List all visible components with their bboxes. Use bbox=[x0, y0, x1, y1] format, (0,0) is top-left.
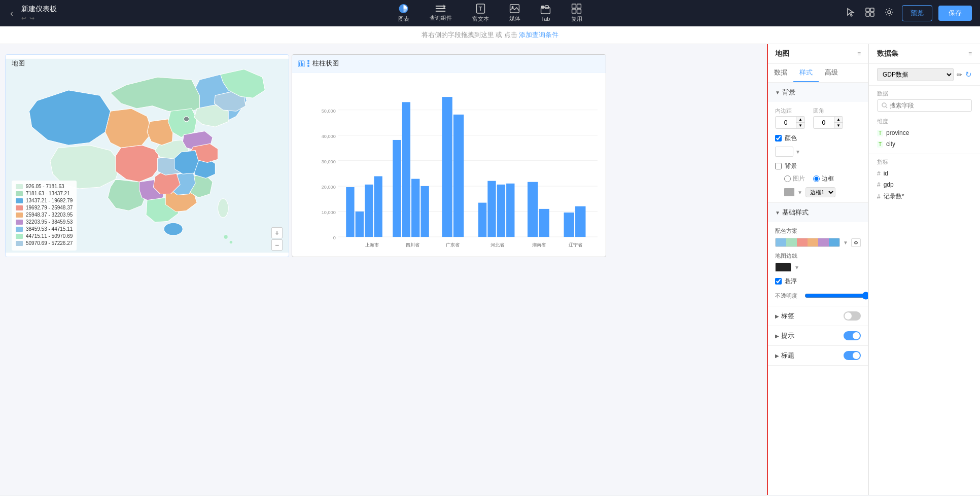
color-scheme-settings-button[interactable]: ⚙ bbox=[851, 238, 861, 247]
page-title: 新建仪表板 bbox=[21, 5, 57, 14]
svg-text:河北省: 河北省 bbox=[491, 242, 504, 247]
color-scheme-band[interactable] bbox=[775, 238, 840, 247]
color-dropdown-arrow[interactable]: ▼ bbox=[795, 149, 800, 155]
bg-checkbox[interactable] bbox=[775, 163, 782, 169]
hover-label: 悬浮 bbox=[785, 277, 797, 286]
legend-item-7: 44715.11 - 50970.69 bbox=[16, 233, 73, 239]
svg-rect-53 bbox=[442, 97, 452, 237]
dataset-select[interactable]: GDP数据 bbox=[877, 68, 954, 81]
color-checkbox[interactable] bbox=[775, 135, 782, 141]
svg-point-20 bbox=[888, 11, 891, 14]
svg-rect-16 bbox=[866, 8, 869, 12]
cursor-button[interactable] bbox=[844, 6, 857, 21]
bar-widget[interactable]: 柱柱状图 0 10,000 20,000 30,000 40,000 50,00… bbox=[292, 54, 606, 257]
hover-checkbox[interactable] bbox=[775, 278, 782, 285]
border-selector-row: ▼ 边框1 bbox=[775, 187, 861, 197]
svg-rect-48 bbox=[393, 140, 401, 237]
svg-marker-4 bbox=[444, 5, 446, 9]
svg-rect-62 bbox=[539, 209, 549, 237]
toolbar-tab[interactable]: Tab bbox=[537, 3, 555, 24]
topbar-right: 预览 保存 bbox=[844, 5, 972, 21]
add-query-link[interactable]: 添加查询条件 bbox=[519, 31, 558, 39]
redo-button[interactable]: ↪ bbox=[29, 15, 34, 22]
svg-rect-17 bbox=[870, 8, 874, 12]
data-panel-menu[interactable]: ≡ bbox=[968, 50, 972, 57]
legend-item-8: 50970.69 - 57226.27 bbox=[16, 240, 73, 246]
hint-toggle[interactable] bbox=[844, 331, 861, 340]
bg-image-radio[interactable] bbox=[784, 175, 791, 182]
legend-color-5 bbox=[16, 220, 23, 225]
edit-button[interactable]: ✏ bbox=[957, 71, 962, 79]
tab-style[interactable]: 样式 bbox=[793, 64, 819, 82]
preview-button[interactable]: 预览 bbox=[902, 5, 932, 21]
save-button[interactable]: 保存 bbox=[938, 6, 972, 21]
back-button[interactable]: ‹ bbox=[8, 6, 15, 21]
richtext-icon: T bbox=[476, 4, 485, 14]
base-style-title: 基础样式 bbox=[782, 208, 809, 217]
toolbar-query[interactable]: 查询组件 bbox=[426, 3, 456, 24]
title-toggle[interactable] bbox=[844, 351, 861, 360]
toolbar-media[interactable]: 媒体 bbox=[505, 2, 524, 24]
radius-input[interactable] bbox=[814, 118, 834, 128]
radius-stepper-buttons: ▲ ▼ bbox=[834, 117, 843, 128]
bg-image-label: 图片 bbox=[793, 174, 805, 183]
refresh-button[interactable]: ↻ bbox=[965, 70, 972, 79]
base-style-header[interactable]: ▼ 基础样式 bbox=[768, 203, 868, 222]
base-style-section: ▼ 基础样式 配色方案 ▼ ⚙ bbox=[768, 203, 868, 306]
map-panel-menu[interactable]: ≡ bbox=[857, 50, 861, 57]
legend-range-3: 19692.79 - 25948.37 bbox=[26, 205, 73, 210]
settings-button[interactable] bbox=[883, 6, 896, 21]
hint-title: 提示 bbox=[781, 331, 794, 340]
zoom-in-button[interactable]: + bbox=[271, 227, 283, 238]
legend-item-0: 926.05 - 7181.63 bbox=[16, 184, 73, 189]
svg-rect-59 bbox=[506, 184, 514, 237]
legend-color-1 bbox=[16, 191, 23, 196]
count-hash-icon: # bbox=[877, 193, 881, 200]
color-swatch[interactable] bbox=[775, 147, 793, 157]
count-field-name: 记录数* bbox=[884, 192, 904, 201]
padding-up-button[interactable]: ▲ bbox=[796, 117, 804, 123]
padding-input[interactable] bbox=[776, 118, 796, 128]
svg-rect-50 bbox=[411, 179, 419, 237]
opacity-label: 不透明度 bbox=[775, 292, 800, 300]
color-scheme-arrow[interactable]: ▼ bbox=[843, 240, 848, 245]
undo-button[interactable]: ↩ bbox=[21, 15, 26, 22]
zoom-out-button[interactable]: − bbox=[271, 239, 283, 251]
radius-up-button[interactable]: ▲ bbox=[834, 117, 843, 123]
legend-color-7 bbox=[16, 234, 23, 239]
padding-down-button[interactable]: ▼ bbox=[796, 123, 804, 128]
legend-range-7: 44715.11 - 50970.69 bbox=[26, 233, 73, 239]
tab-data[interactable]: 数据 bbox=[768, 64, 793, 82]
svg-rect-11 bbox=[545, 6, 549, 9]
base-style-body: 配色方案 ▼ ⚙ 地图边线 ▼ bbox=[768, 222, 868, 306]
map-panel-header: 地图 ≡ bbox=[768, 44, 868, 64]
bg-border-option[interactable]: 边框 bbox=[813, 174, 834, 183]
svg-rect-15 bbox=[577, 9, 581, 13]
toolbar-chart[interactable]: 图表 bbox=[394, 2, 413, 25]
bg-border-radio[interactable] bbox=[813, 175, 820, 182]
map-border-swatch[interactable] bbox=[775, 263, 791, 272]
label-toggle[interactable] bbox=[844, 311, 861, 321]
bg-image-option[interactable]: 图片 bbox=[784, 174, 805, 183]
city-field-name: city bbox=[886, 140, 895, 148]
map-widget[interactable]: 地图 bbox=[5, 54, 289, 257]
map-border-arrow[interactable]: ▼ bbox=[794, 265, 799, 270]
city-type-badge: T bbox=[877, 141, 883, 148]
background-section-header[interactable]: ▼ 背景 bbox=[768, 83, 868, 102]
layout-button[interactable] bbox=[863, 6, 877, 21]
border-color-arrow[interactable]: ▼ bbox=[797, 190, 802, 195]
map-panel-tabs: 数据 样式 高级 bbox=[768, 64, 868, 83]
toolbar-richtext[interactable]: T 富文本 bbox=[468, 2, 493, 25]
tab-advanced[interactable]: 高级 bbox=[819, 64, 844, 82]
opacity-slider[interactable] bbox=[804, 292, 868, 300]
toolbar-reuse[interactable]: 复用 bbox=[567, 2, 586, 25]
map-border-row: ▼ bbox=[775, 263, 861, 272]
padding-stepper-buttons: ▲ ▼ bbox=[796, 117, 804, 128]
search-input[interactable] bbox=[890, 102, 967, 109]
topbar: ‹ 新建仪表板 ↩ ↪ 图表 查询组件 bbox=[0, 0, 980, 26]
svg-text:50,000: 50,000 bbox=[322, 109, 336, 114]
radius-down-button[interactable]: ▼ bbox=[834, 123, 843, 128]
border-color-swatch[interactable] bbox=[784, 188, 794, 196]
border-style-select[interactable]: 边框1 bbox=[806, 187, 835, 197]
svg-rect-46 bbox=[374, 176, 382, 237]
